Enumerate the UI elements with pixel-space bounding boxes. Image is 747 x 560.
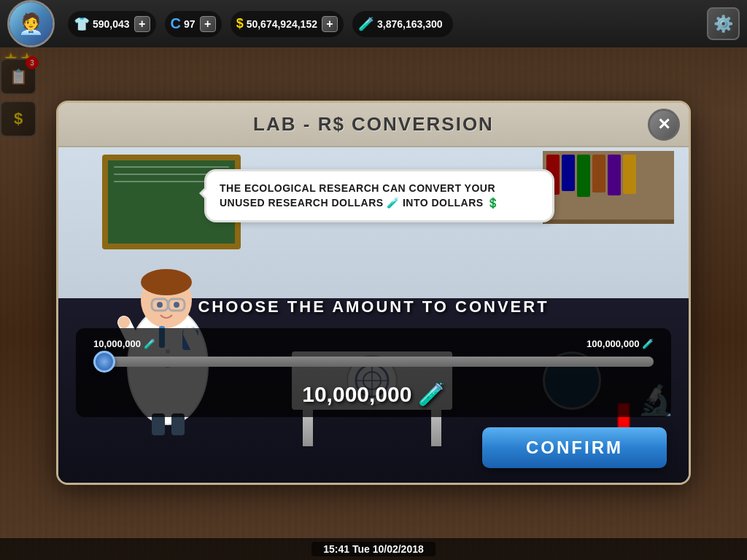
speech-text: THE ECOLOGICAL RESEARCH CAN CONVERT YOUR… bbox=[220, 182, 539, 210]
modal-header: LAB - R$ CONVERSION ✕ bbox=[58, 103, 689, 147]
svg-point-16 bbox=[174, 302, 179, 308]
slider-container: 10,000,000 🧪 100,000,000 🧪 10,000,000 🧪 bbox=[76, 328, 671, 417]
slider-value-display: 10,000,000 🧪 bbox=[93, 381, 654, 407]
slider-min-label: 10,000,000 🧪 bbox=[93, 338, 155, 349]
shirt-icon: 👕 bbox=[74, 16, 90, 32]
dollar-resource: $ 50,674,924,152 + bbox=[231, 11, 344, 37]
dollar-add-button[interactable]: + bbox=[322, 16, 338, 32]
c-resource: C 97 + bbox=[165, 11, 222, 37]
c-add-button[interactable]: + bbox=[200, 16, 216, 32]
book-4 bbox=[592, 155, 605, 192]
avatar[interactable]: 🧑‍💼 bbox=[7, 0, 55, 47]
svg-point-15 bbox=[157, 302, 163, 308]
slider-labels-row: 10,000,000 🧪 100,000,000 🧪 bbox=[93, 338, 654, 349]
avatar-image: 🧑‍💼 bbox=[9, 2, 53, 45]
modal-dialog: LAB - R$ CONVERSION ✕ bbox=[56, 101, 691, 485]
top-bar: 🧑‍💼 👕 590,043 + C 97 + $ 50,674,924,152 … bbox=[0, 0, 747, 47]
bottom-bar: 15:41 Tue 10/02/2018 bbox=[0, 538, 747, 560]
shelf-books bbox=[543, 151, 674, 201]
close-button[interactable]: ✕ bbox=[648, 109, 680, 141]
chalk-line-1 bbox=[114, 166, 229, 168]
shirt-add-button[interactable]: + bbox=[134, 16, 150, 32]
slider-max-label: 100,000,000 🧪 bbox=[587, 338, 654, 349]
speech-bubble: THE ECOLOGICAL RESEARCH CAN CONVERT YOUR… bbox=[204, 169, 554, 222]
book-3 bbox=[577, 155, 590, 197]
shirt-value: 590,043 bbox=[93, 18, 130, 30]
flask-icon: 🧪 bbox=[358, 16, 374, 32]
amount-slider[interactable] bbox=[93, 357, 654, 367]
svg-point-11 bbox=[141, 269, 192, 295]
dollar-value: 50,674,924,152 bbox=[247, 18, 317, 30]
c-icon: C bbox=[171, 15, 181, 32]
flask-resource: 🧪 3,876,163,300 bbox=[352, 11, 453, 37]
flask-value: 3,876,163,300 bbox=[377, 18, 443, 30]
confirm-button[interactable]: CONFIRM bbox=[482, 427, 667, 468]
shelf bbox=[543, 151, 674, 224]
gear-icon: ⚙️ bbox=[713, 15, 733, 34]
modal-overlay: LAB - R$ CONVERSION ✕ bbox=[0, 47, 747, 538]
svg-point-8 bbox=[118, 316, 130, 328]
confirm-area: CONFIRM bbox=[58, 427, 689, 468]
book-6 bbox=[623, 155, 636, 194]
modal-title: LAB - R$ CONVERSION bbox=[253, 113, 494, 135]
modal-body: 🔬 bbox=[58, 147, 689, 483]
gear-button[interactable]: ⚙️ bbox=[707, 7, 740, 40]
book-5 bbox=[608, 155, 621, 195]
time-display: 15:41 Tue 10/02/2018 bbox=[311, 542, 436, 556]
book-2 bbox=[562, 155, 575, 191]
dollar-icon: $ bbox=[236, 16, 244, 31]
shirt-resource: 👕 590,043 + bbox=[68, 11, 156, 37]
c-value: 97 bbox=[184, 18, 196, 30]
